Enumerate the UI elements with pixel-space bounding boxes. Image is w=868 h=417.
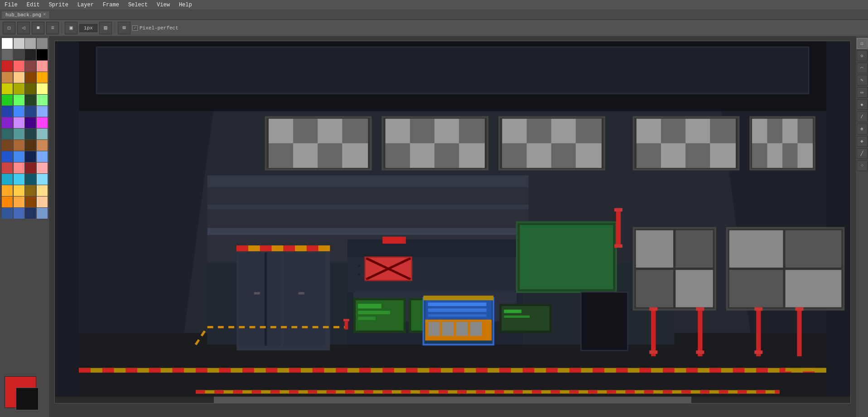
menu-edit[interactable]: Edit (24, 1, 43, 9)
palette-color-55[interactable] (37, 185, 48, 196)
tool-eraser[interactable]: ▭ (857, 87, 868, 98)
tool-square[interactable]: ■ (32, 22, 44, 34)
horizontal-scrollbar[interactable] (55, 397, 850, 403)
palette-color-12[interactable] (2, 72, 13, 83)
palette-color-21[interactable] (14, 95, 24, 105)
palette-color-0[interactable] (2, 38, 13, 49)
palette-color-51[interactable] (37, 174, 48, 185)
svg-rect-160 (686, 368, 698, 373)
palette-color-43[interactable] (37, 151, 48, 162)
palette-color-10[interactable] (25, 61, 36, 72)
file-tab[interactable]: hub_back.png × (2, 11, 50, 19)
palette-color-52[interactable] (2, 185, 13, 196)
tool-lasso[interactable]: ⌒ (857, 62, 868, 73)
palette-color-35[interactable] (37, 129, 48, 139)
palette-color-34[interactable] (25, 129, 36, 139)
tool-shrink[interactable]: ▣ (65, 22, 77, 34)
palette-color-20[interactable] (2, 95, 13, 105)
pixel-perfect-checkbox[interactable] (132, 25, 138, 31)
tool-pencil[interactable]: ✎ (857, 75, 868, 86)
zoom-level[interactable]: 1px (79, 24, 97, 32)
svg-rect-202 (651, 310, 656, 356)
palette-color-7[interactable] (37, 49, 48, 60)
palette-color-50[interactable] (25, 174, 36, 185)
palette-color-22[interactable] (25, 95, 36, 105)
palette-color-38[interactable] (25, 140, 36, 151)
palette-color-37[interactable] (14, 140, 24, 151)
palette-color-30[interactable] (25, 117, 36, 128)
palette-color-19[interactable] (37, 83, 48, 94)
tool-menu[interactable]: ≡ (46, 22, 59, 34)
palette-color-26[interactable] (25, 106, 36, 117)
menu-select[interactable]: Select (125, 1, 150, 9)
tool-selection-rect[interactable]: ◻ (857, 38, 868, 49)
palette-color-28[interactable] (2, 117, 13, 128)
palette-color-41[interactable] (14, 151, 24, 162)
tool-line[interactable]: ╱ (857, 148, 868, 159)
palette-color-4[interactable] (2, 49, 13, 60)
palette-color-61[interactable] (14, 208, 24, 219)
palette-color-25[interactable] (14, 106, 24, 117)
palette-color-40[interactable] (2, 151, 13, 162)
palette-color-36[interactable] (2, 140, 13, 151)
background-color[interactable] (16, 388, 39, 410)
palette-color-39[interactable] (37, 140, 48, 151)
tool-prev[interactable]: ◁ (17, 22, 30, 34)
palette-color-24[interactable] (2, 106, 13, 117)
palette-color-9[interactable] (14, 61, 24, 72)
palette-color-16[interactable] (2, 83, 13, 94)
palette-color-32[interactable] (2, 129, 13, 139)
tool-expand[interactable]: ▤ (99, 22, 112, 34)
palette-color-3[interactable] (37, 38, 48, 49)
palette-color-48[interactable] (2, 174, 13, 185)
tool-spray[interactable]: ⁘ (857, 160, 868, 171)
palette-color-6[interactable] (25, 49, 36, 60)
palette-color-49[interactable] (14, 174, 24, 185)
menu-view[interactable]: View (154, 1, 173, 9)
palette-color-8[interactable] (2, 61, 13, 72)
palette-color-17[interactable] (14, 83, 24, 94)
menu-sprite[interactable]: Sprite (46, 1, 71, 9)
palette-color-63[interactable] (37, 208, 48, 219)
menu-file[interactable]: File (2, 1, 20, 9)
palette-color-46[interactable] (25, 163, 36, 173)
palette-color-47[interactable] (37, 163, 48, 173)
palette-color-18[interactable] (25, 83, 36, 94)
palette-color-31[interactable] (37, 117, 48, 128)
tool-magic-wand[interactable]: ◇ (857, 50, 868, 61)
palette-color-45[interactable] (14, 163, 24, 173)
palette-color-13[interactable] (14, 72, 24, 83)
tool-move[interactable]: ✥ (857, 136, 868, 147)
menu-help[interactable]: Help (176, 1, 195, 9)
palette-color-1[interactable] (14, 38, 24, 49)
palette-color-57[interactable] (14, 197, 24, 207)
sprite-scene[interactable] (55, 41, 850, 403)
palette-color-29[interactable] (14, 117, 24, 128)
palette-color-56[interactable] (2, 197, 13, 207)
tool-grid[interactable]: ⊞ (118, 22, 130, 34)
palette-color-60[interactable] (2, 208, 13, 219)
palette-color-27[interactable] (37, 106, 48, 117)
palette-color-62[interactable] (25, 208, 36, 219)
scrollbar-thumb[interactable] (214, 397, 691, 403)
tool-select-rect[interactable]: ◻ (3, 22, 15, 34)
palette-color-33[interactable] (14, 129, 24, 139)
palette-color-42[interactable] (25, 151, 36, 162)
palette-color-23[interactable] (37, 95, 48, 105)
menu-frame[interactable]: Frame (100, 1, 122, 9)
palette-color-15[interactable] (37, 72, 48, 83)
palette-color-59[interactable] (37, 197, 48, 207)
palette-color-5[interactable] (14, 49, 24, 60)
tab-close-button[interactable]: × (43, 12, 46, 17)
palette-color-44[interactable] (2, 163, 13, 173)
palette-color-11[interactable] (37, 61, 48, 72)
palette-color-14[interactable] (25, 72, 36, 83)
tool-zoom-in[interactable]: ⊕ (857, 124, 868, 134)
palette-color-53[interactable] (14, 185, 24, 196)
tool-eyedropper[interactable]: / (857, 111, 868, 122)
palette-color-54[interactable] (25, 185, 36, 196)
tool-fill[interactable]: ◈ (857, 99, 868, 110)
palette-color-2[interactable] (25, 38, 36, 49)
menu-layer[interactable]: Layer (75, 1, 96, 9)
palette-color-58[interactable] (25, 197, 36, 207)
